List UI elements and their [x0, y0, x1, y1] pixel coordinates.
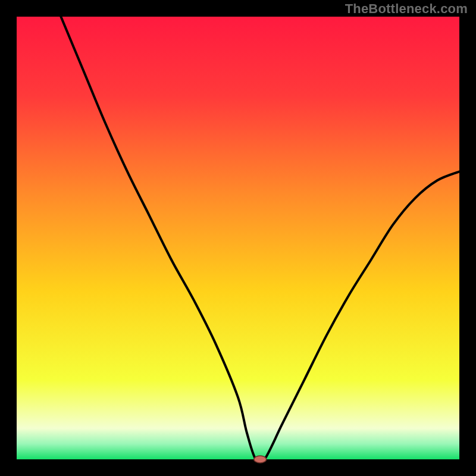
attribution-label: TheBottleneck.com — [345, 1, 468, 17]
bottleneck-chart — [0, 0, 476, 476]
gradient-background — [17, 17, 459, 459]
chart-frame: { "attribution": "TheBottleneck.com", "c… — [0, 0, 476, 476]
optimal-point-marker — [254, 456, 267, 463]
